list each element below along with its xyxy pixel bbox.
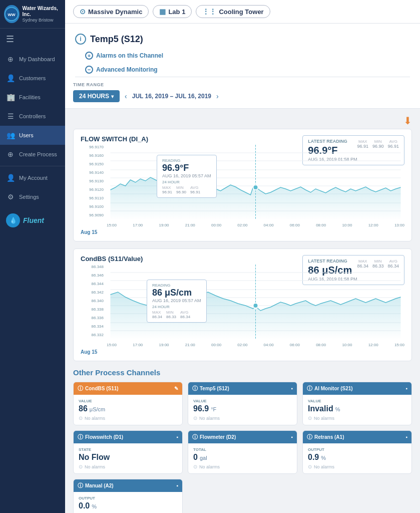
channel-header-action-2[interactable]: ▪ [405, 386, 407, 391]
chart-card-condbs: CondBS (S11/Value) LATEST READING 86 μS/… [73, 248, 412, 361]
alarms-toggle-icon: + [85, 52, 93, 60]
breadcrumb: ⊙ Massive Dynamic ▦ Lab 1 ⋮⋮ Cooling Tow… [65, 0, 420, 24]
channel-header-left-5: ⓘ Retrans (A1) [307, 433, 344, 441]
chart1-svg [107, 145, 404, 220]
channel-card-header-2: ⓘ AI Monitor (S21) ▪ [303, 382, 411, 395]
controllers-icon: ☰ [6, 112, 15, 121]
channel-card-2: ⓘ AI Monitor (S21) ▪ VALUE Invalid % ⊙ N… [302, 382, 412, 425]
breadcrumb-item-1[interactable]: ⊙ Massive Dynamic [73, 5, 149, 18]
channel-header-action-5[interactable]: ▪ [405, 434, 407, 440]
company-info: Water Wizards, Inc. Sydney Bristow [23, 6, 61, 23]
sidebar-item-settings[interactable]: ⚙ Settings [0, 187, 65, 206]
title-icon: i [75, 34, 86, 45]
sidebar-item-users[interactable]: 👥 Users [0, 126, 65, 145]
fluent-label: Fluent [23, 216, 44, 224]
chart1-y-axis: 96.9170 96.9160 96.9150 96.9140 96.9130 … [81, 145, 106, 217]
create-process-icon: ⊕ [6, 150, 15, 159]
channel-no-alarms-2: ⊙ No alarms [308, 415, 406, 421]
channel-card-header-1: ⓘ Temp5 (S12) ▪ [188, 382, 297, 395]
no-alarms-icon-0: ⊙ [79, 415, 83, 421]
sidebar-item-facilities[interactable]: 🏢 Facilities [0, 88, 65, 107]
channel-card-body-5: OUTPUT 0.9 % ⊙ No alarms [303, 443, 411, 473]
channel-metric-1: 96.9 °F [193, 404, 292, 413]
channel-metric-0: 86 μS/cm [79, 404, 177, 413]
channel-card-header-3: ⓘ Flowswitch (D1) ▪ [74, 431, 182, 443]
advanced-monitoring-toggle[interactable]: − Advanced Monitoring [75, 63, 410, 77]
channel-header-left-2: ⓘ AI Monitor (S21) [307, 385, 353, 392]
chart1-date-label: Aug 15 [81, 229, 404, 235]
no-alarms-icon-3: ⊙ [79, 464, 83, 469]
chart2-date-label: Aug 15 [81, 349, 404, 355]
channel-card-3: ⓘ Flowswitch (D1) ▪ STATE No Flow ⊙ No a… [73, 430, 183, 474]
channel-card-body-1: VALUE 96.9 °F ⊙ No alarms [188, 395, 297, 425]
channel-header-left-6: ⓘ Manual (A2) [78, 482, 114, 489]
channel-info-icon-4: ⓘ [192, 433, 198, 441]
chart1-wrapper: 96.9170 96.9160 96.9150 96.9140 96.9130 … [81, 145, 404, 227]
next-date-arrow[interactable]: › [216, 92, 219, 100]
chart2-canvas: READING 86 μS/cm AUG 16, 2019 05:57 AM 2… [107, 265, 404, 342]
pill-icon-3: ⋮⋮ [202, 8, 216, 16]
chart2-x-axis: 15:00 17:00 19:00 21:00 00:00 02:00 04:0… [107, 343, 404, 347]
sidebar-divider [0, 166, 65, 166]
page-title-row: i Temp5 (S12) [75, 30, 410, 49]
sidebar: WW Water Wizards, Inc. Sydney Bristow ☰ … [0, 0, 65, 513]
sidebar-item-controllers[interactable]: ☰ Controllers [0, 107, 65, 126]
channel-info-icon-2: ⓘ [307, 385, 312, 392]
channel-header-action-4[interactable]: ▪ [291, 434, 293, 440]
date-range-display: JUL 16, 2019 – JUL 16, 2019 [132, 93, 211, 100]
channel-header-action-6[interactable]: ▪ [176, 483, 178, 488]
channel-header-left-0: ⓘ CondBS (S11) [78, 385, 119, 392]
logo-icon: WW [4, 5, 20, 23]
dropdown-arrow-icon: ▾ [111, 94, 114, 99]
dashboard-icon: ⊕ [6, 55, 15, 64]
breadcrumb-item-2[interactable]: ▦ Lab 1 [153, 5, 192, 18]
channel-card-header-6: ⓘ Manual (A2) ▪ [74, 479, 182, 492]
channel-metric-2: Invalid % [308, 404, 406, 413]
sidebar-item-my-account[interactable]: 👤 My Account [0, 168, 65, 187]
alarms-toggle[interactable]: + Alarms on this Channel [75, 49, 410, 63]
customers-icon: 👤 [6, 74, 15, 83]
sidebar-item-create-process[interactable]: ⊕ Create Process [0, 145, 65, 164]
channel-card-header-5: ⓘ Retrans (A1) ▪ [303, 431, 411, 443]
chart2-reading-label: LATEST READING [308, 259, 357, 264]
channel-no-alarms-4: ⊙ No alarms [193, 464, 292, 469]
channel-info-icon-1: ⓘ [192, 385, 198, 392]
time-range-controls: 24 HOURS ▾ ‹ JUL 16, 2019 – JUL 16, 2019… [73, 90, 412, 102]
fluent-branding: 💧 Fluent [0, 206, 65, 234]
channel-card-0: ⓘ CondBS (S11) ✎ VALUE 86 μS/cm ⊙ No ala… [73, 382, 183, 425]
chart2-svg [107, 265, 404, 340]
channel-header-action-3[interactable]: ▪ [176, 434, 178, 440]
svg-point-21 [253, 303, 258, 308]
hamburger-menu[interactable]: ☰ [0, 29, 65, 50]
sidebar-item-customers[interactable]: 👤 Customers [0, 69, 65, 88]
no-alarms-icon-4: ⊙ [193, 464, 197, 469]
channel-header-action-1[interactable]: ▪ [291, 386, 293, 391]
settings-icon: ⚙ [6, 192, 15, 201]
prev-date-arrow[interactable]: ‹ [125, 92, 127, 100]
channel-card-body-2: VALUE Invalid % ⊙ No alarms [303, 395, 411, 425]
sidebar-logo: WW Water Wizards, Inc. Sydney Bristow [0, 0, 65, 29]
page-header: i Temp5 (S12) + Alarms on this Channel −… [65, 24, 420, 77]
channel-card-body-6: OUTPUT 0.0 % ⊙ No alarms [74, 492, 182, 513]
svg-point-11 [253, 185, 258, 190]
channel-metric-5: 0.9 % [308, 453, 406, 462]
channel-info-icon-6: ⓘ [78, 482, 83, 489]
channel-header-action-0[interactable]: ✎ [174, 386, 178, 391]
account-icon: 👤 [6, 173, 15, 182]
channel-card-header-4: ⓘ Flowmeter (D2) ▪ [188, 431, 297, 443]
chart-card-flow-switch: FLOW SWITCH (DI_A) LATEST READING 96.9°F… [73, 129, 412, 241]
channel-card-6: ⓘ Manual (A2) ▪ OUTPUT 0.0 % ⊙ No alarms [73, 479, 183, 513]
channel-card-body-0: VALUE 86 μS/cm ⊙ No alarms [74, 395, 182, 425]
chart1-canvas: READING 96.9°F AUG 16, 2019 05:57 AM 24 … [107, 145, 404, 222]
no-alarms-icon-1: ⊙ [193, 415, 197, 421]
chart1-x-axis: 15:00 17:00 19:00 21:00 00:00 02:00 04:0… [107, 223, 404, 227]
time-range-button[interactable]: 24 HOURS ▾ [73, 90, 120, 102]
sidebar-item-dashboard[interactable]: ⊕ My Dashboard [0, 50, 65, 69]
download-button[interactable]: ⬇ [73, 115, 412, 127]
svg-text:WW: WW [8, 13, 16, 17]
chart1-reading-label: LATEST READING [308, 139, 357, 144]
pill-icon-1: ⊙ [80, 8, 86, 16]
channel-no-alarms-3: ⊙ No alarms [79, 464, 177, 469]
channel-card-header-0: ⓘ CondBS (S11) ✎ [74, 382, 182, 395]
breadcrumb-item-3[interactable]: ⋮⋮ Cooling Tower [196, 5, 270, 18]
